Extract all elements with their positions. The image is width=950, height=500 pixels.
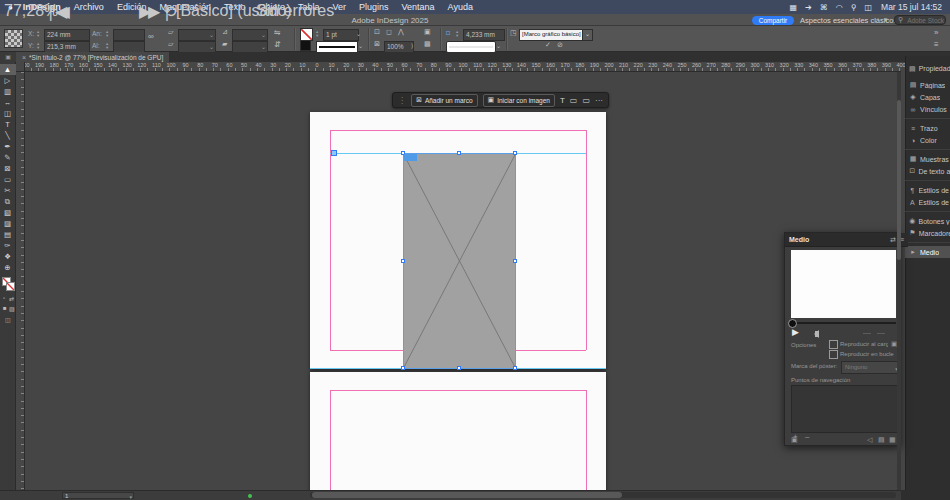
rectangle-tool[interactable]: ▭ [0,174,16,185]
media-play-button[interactable]: ▶ [792,327,799,337]
page-tool[interactable]: ▥ [0,86,16,97]
page-icon[interactable]: ▭ [570,96,578,105]
reference-point-proxy[interactable] [4,29,23,48]
horizontal-scrollbar[interactable] [310,492,896,498]
keyboard-icon[interactable]: ⌘ [820,3,828,12]
style-override-icon[interactable]: ✓ [545,41,551,49]
screen-mirroring-icon[interactable]: ▦ [789,3,797,12]
live-corner-icon[interactable]: ⌑ [446,29,450,38]
document-tab[interactable]: × *Sin título-2 @ 77% [Previsualización … [16,52,169,62]
start-with-image-button[interactable]: ▣ Iniciar con imagen [483,94,555,107]
prev-page-button[interactable]: ◀ [55,2,67,21]
corner-shape-icon[interactable]: ◻ [386,28,392,36]
eyedropper-tool[interactable]: ✑ [0,240,16,251]
frame-handle-bm[interactable] [457,366,461,370]
swap-fill-stroke-icon[interactable]: ⇄ [9,295,14,302]
media-collapse-icon[interactable]: ⇄ [890,236,896,244]
more-options-icon[interactable]: ··· [595,96,603,105]
tab-vinculos[interactable]: ∞Vínculos [905,103,950,115]
y-stepper[interactable]: ▴▾ [37,42,39,50]
media-export-icon[interactable]: ▤ [878,436,885,444]
zoom-chevron-icon[interactable]: ▾ [32,2,35,8]
content-collector-tool[interactable]: ◫ [0,108,16,119]
tab-muestras[interactable]: ▦Muestras [905,153,950,165]
share-button[interactable]: Compartir [752,16,794,25]
place-video-icon[interactable]: ▣ [791,436,798,444]
screen-mode-icon[interactable]: ◫ [5,316,11,323]
free-transform-tool[interactable]: ⧉ [0,196,16,207]
corner-radius-stepper[interactable]: ▴▾ [456,30,458,38]
wifi-icon[interactable]: ◠ [836,3,843,12]
apply-color-icon[interactable]: ■ [3,305,7,311]
frame-handle-ml[interactable] [401,259,405,263]
tab-estilos-de-caracter[interactable]: AEstilos de ... [905,196,950,208]
hand-tool[interactable]: ❖ [0,251,16,262]
nav-points-list[interactable] [791,385,898,433]
direct-selection-tool[interactable]: ▷ [0,75,16,86]
drop-shadow-icon[interactable]: ▣ [424,28,431,36]
loop-checkbox[interactable] [829,350,838,359]
corner-options-icon[interactable]: ⊡ [374,28,380,36]
menu-item[interactable]: Plugins [359,2,389,12]
stroke-swatch[interactable] [300,40,311,51]
x-stepper[interactable]: ▴▾ [37,30,39,38]
gradient-swatch-tool[interactable]: ▧ [0,207,16,218]
frame-handle-mr[interactable] [513,259,517,263]
menu-item[interactable]: Ventana [402,2,435,12]
stock-search-input[interactable] [905,16,949,25]
workspace-switcher[interactable]: Aspectos esenciales clásicos [800,16,897,25]
guide-handle[interactable] [331,150,337,156]
scissors-tool[interactable]: ✂ [0,185,16,196]
frame-handle-bl[interactable] [401,366,405,370]
scale-x-dropdown[interactable]: ⌄ [178,29,216,41]
flip-horizontal-icon[interactable]: ⇋ [274,28,281,37]
gap-tool[interactable]: ↔ [0,97,16,108]
media-trash-icon[interactable]: ▦ [889,436,896,444]
menu-item[interactable]: Ver [333,2,347,12]
preflight-chevron-icon[interactable]: ▾ [234,2,237,8]
zoom-tool[interactable]: ⊕ [0,262,16,273]
type-tool[interactable]: T [0,119,16,130]
control-panel-menu-icon[interactable]: ≡ [934,40,939,49]
taskbar-grip-icon[interactable]: ⋮ [398,96,406,105]
effects-icon[interactable]: ▩ [424,40,431,48]
apply-none-icon[interactable]: ▨ [9,305,15,312]
page-number-field[interactable]: 1 ▾ [62,492,134,499]
selection-tool[interactable]: ▲ [0,64,16,75]
object-style-chevron[interactable]: ⌄ [582,29,593,41]
control-panel-collapse-icon[interactable]: » [934,28,938,37]
frame-handle-br[interactable] [513,366,517,370]
menu-item[interactable]: Archivo [74,2,104,12]
media-panel-header[interactable]: Medio ⇄ ≡ [785,233,908,247]
flip-vertical-icon[interactable]: ⇵ [274,40,281,49]
remove-nav-point-button[interactable]: – [805,432,809,441]
pencil-tool[interactable]: ✎ [0,152,16,163]
stroke-weight-stepper[interactable]: ▴▾ [316,30,318,38]
tab-propiedades[interactable]: ▤ Propiedad... [905,62,950,75]
add-frame-button[interactable]: ⊠ Añadir un marco [411,94,478,107]
stroke-style-chevron-icon[interactable]: ⌄ [358,42,363,49]
pen-tool[interactable]: ✒ [0,141,16,152]
corner-radius-field[interactable]: 4,233 mm [463,29,505,41]
line-tool[interactable]: ╲ [0,130,16,141]
vertical-scrollbar[interactable] [897,72,901,490]
tab-botones-y-formularios[interactable]: ◉Botones y ... [905,215,950,227]
menubar-clock[interactable]: Mar 15 jul 14:52 [881,2,942,12]
stroke-weight-chevron-icon[interactable]: ⌄ [356,30,361,37]
tab-color[interactable]: ◑Color [905,134,950,146]
add-page-icon[interactable]: ▭ [582,96,590,105]
preflight-refresh-icon[interactable]: ⟲ [163,2,176,21]
stroke-weight-field[interactable]: 1 pt [323,29,359,41]
constrain-link-icon[interactable]: ∞ [148,32,154,41]
stroke-color-indicator[interactable] [6,282,15,291]
spotlight-icon[interactable]: ⚲ [851,3,857,12]
note-tool[interactable]: ▤ [0,229,16,240]
style-clear-icon[interactable]: ⊘ [557,41,563,49]
type-tool-icon[interactable]: T [560,96,565,105]
tab-de-texto-a[interactable]: ⊡De texto a ... [905,165,950,177]
tab-estilos-de-parrafo[interactable]: ¶Estilos de ... [905,184,950,196]
vertical-scrollbar-thumb[interactable] [897,100,901,260]
tab-marcadores[interactable]: ⚑Marcadores [905,227,950,239]
width-field[interactable] [113,29,145,41]
width-stepper[interactable]: ▴▾ [106,30,108,38]
